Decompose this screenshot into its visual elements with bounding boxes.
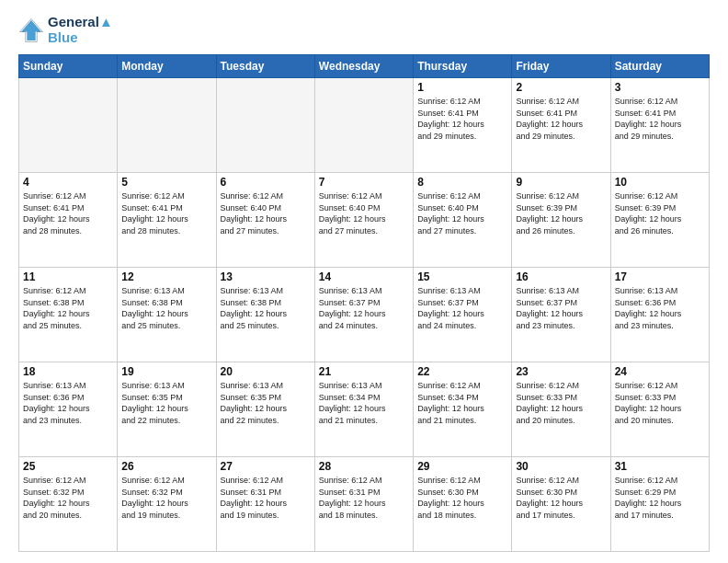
calendar-cell (216, 78, 314, 173)
day-info: Sunrise: 6:12 AM Sunset: 6:40 PM Dayligh… (221, 190, 311, 236)
calendar-cell: 24Sunrise: 6:12 AM Sunset: 6:33 PM Dayli… (610, 362, 709, 457)
day-info: Sunrise: 6:12 AM Sunset: 6:39 PM Dayligh… (615, 190, 705, 236)
day-number: 6 (221, 176, 311, 189)
day-number: 18 (23, 365, 113, 378)
calendar-cell: 17Sunrise: 6:13 AM Sunset: 6:36 PM Dayli… (610, 268, 709, 362)
day-header-saturday: Saturday (610, 55, 709, 78)
day-info: Sunrise: 6:12 AM Sunset: 6:33 PM Dayligh… (516, 380, 606, 426)
logo-icon (18, 17, 44, 43)
calendar-cell: 30Sunrise: 6:12 AM Sunset: 6:30 PM Dayli… (512, 457, 610, 552)
week-row-1: 1Sunrise: 6:12 AM Sunset: 6:41 PM Daylig… (19, 78, 710, 173)
calendar-cell: 4Sunrise: 6:12 AM Sunset: 6:41 PM Daylig… (19, 173, 118, 268)
calendar-cell: 25Sunrise: 6:12 AM Sunset: 6:32 PM Dayli… (19, 457, 118, 552)
day-header-wednesday: Wednesday (314, 55, 413, 78)
day-number: 10 (615, 176, 705, 189)
calendar-cell: 21Sunrise: 6:13 AM Sunset: 6:34 PM Dayli… (314, 362, 413, 457)
calendar-cell: 19Sunrise: 6:13 AM Sunset: 6:35 PM Dayli… (118, 362, 216, 457)
day-number: 12 (121, 270, 211, 283)
day-info: Sunrise: 6:12 AM Sunset: 6:30 PM Dayligh… (417, 475, 507, 521)
day-header-sunday: Sunday (19, 55, 118, 78)
day-info: Sunrise: 6:13 AM Sunset: 6:35 PM Dayligh… (121, 380, 211, 426)
svg-marker-0 (21, 20, 41, 40)
day-info: Sunrise: 6:12 AM Sunset: 6:30 PM Dayligh… (516, 475, 606, 521)
day-header-thursday: Thursday (414, 55, 512, 78)
day-info: Sunrise: 6:12 AM Sunset: 6:40 PM Dayligh… (319, 190, 409, 236)
calendar-cell (314, 78, 413, 173)
calendar-cell: 8Sunrise: 6:12 AM Sunset: 6:40 PM Daylig… (414, 173, 512, 268)
calendar-cell: 1Sunrise: 6:12 AM Sunset: 6:41 PM Daylig… (414, 78, 512, 173)
day-number: 11 (23, 270, 113, 283)
day-number: 28 (319, 460, 409, 473)
calendar-cell: 26Sunrise: 6:12 AM Sunset: 6:32 PM Dayli… (118, 457, 216, 552)
day-number: 24 (615, 365, 705, 378)
day-info: Sunrise: 6:12 AM Sunset: 6:41 PM Dayligh… (121, 190, 211, 236)
calendar-cell: 31Sunrise: 6:12 AM Sunset: 6:29 PM Dayli… (610, 457, 709, 552)
day-header-friday: Friday (512, 55, 610, 78)
day-info: Sunrise: 6:13 AM Sunset: 6:34 PM Dayligh… (319, 380, 409, 426)
day-number: 23 (516, 365, 606, 378)
day-number: 22 (417, 365, 507, 378)
day-info: Sunrise: 6:12 AM Sunset: 6:38 PM Dayligh… (23, 285, 113, 331)
week-row-3: 11Sunrise: 6:12 AM Sunset: 6:38 PM Dayli… (19, 268, 710, 362)
day-info: Sunrise: 6:12 AM Sunset: 6:31 PM Dayligh… (319, 475, 409, 521)
calendar-cell: 27Sunrise: 6:12 AM Sunset: 6:31 PM Dayli… (216, 457, 314, 552)
day-info: Sunrise: 6:13 AM Sunset: 6:38 PM Dayligh… (121, 285, 211, 331)
day-info: Sunrise: 6:12 AM Sunset: 6:31 PM Dayligh… (221, 475, 311, 521)
calendar-cell: 10Sunrise: 6:12 AM Sunset: 6:39 PM Dayli… (610, 173, 709, 268)
calendar-cell: 14Sunrise: 6:13 AM Sunset: 6:37 PM Dayli… (314, 268, 413, 362)
day-info: Sunrise: 6:13 AM Sunset: 6:38 PM Dayligh… (221, 285, 311, 331)
day-number: 2 (516, 81, 606, 94)
day-number: 5 (121, 176, 211, 189)
day-header-monday: Monday (118, 55, 216, 78)
calendar-cell: 9Sunrise: 6:12 AM Sunset: 6:39 PM Daylig… (512, 173, 610, 268)
day-number: 15 (417, 270, 507, 283)
calendar-cell: 18Sunrise: 6:13 AM Sunset: 6:36 PM Dayli… (19, 362, 118, 457)
day-info: Sunrise: 6:12 AM Sunset: 6:40 PM Dayligh… (417, 190, 507, 236)
calendar-cell: 15Sunrise: 6:13 AM Sunset: 6:37 PM Dayli… (414, 268, 512, 362)
day-info: Sunrise: 6:12 AM Sunset: 6:41 PM Dayligh… (516, 96, 606, 142)
day-info: Sunrise: 6:12 AM Sunset: 6:34 PM Dayligh… (417, 380, 507, 426)
day-number: 13 (221, 270, 311, 283)
day-number: 31 (615, 460, 705, 473)
header: General▲ Blue (18, 15, 710, 45)
day-info: Sunrise: 6:13 AM Sunset: 6:37 PM Dayligh… (516, 285, 606, 331)
day-number: 3 (615, 81, 705, 94)
day-number: 30 (516, 460, 606, 473)
calendar-cell: 3Sunrise: 6:12 AM Sunset: 6:41 PM Daylig… (610, 78, 709, 173)
day-info: Sunrise: 6:13 AM Sunset: 6:35 PM Dayligh… (221, 380, 311, 426)
day-number: 20 (221, 365, 311, 378)
day-number: 21 (319, 365, 409, 378)
calendar-cell: 16Sunrise: 6:13 AM Sunset: 6:37 PM Dayli… (512, 268, 610, 362)
calendar-cell: 12Sunrise: 6:13 AM Sunset: 6:38 PM Dayli… (118, 268, 216, 362)
week-row-4: 18Sunrise: 6:13 AM Sunset: 6:36 PM Dayli… (19, 362, 710, 457)
page: General▲ Blue SundayMondayTuesdayWednesd… (0, 0, 728, 563)
calendar-cell (19, 78, 118, 173)
day-header-tuesday: Tuesday (216, 55, 314, 78)
calendar-cell: 2Sunrise: 6:12 AM Sunset: 6:41 PM Daylig… (512, 78, 610, 173)
day-number: 14 (319, 270, 409, 283)
day-number: 8 (417, 176, 507, 189)
day-info: Sunrise: 6:12 AM Sunset: 6:33 PM Dayligh… (615, 380, 705, 426)
day-number: 29 (417, 460, 507, 473)
day-number: 7 (319, 176, 409, 189)
calendar-cell: 6Sunrise: 6:12 AM Sunset: 6:40 PM Daylig… (216, 173, 314, 268)
calendar-cell (118, 78, 216, 173)
day-number: 26 (121, 460, 211, 473)
calendar-cell: 29Sunrise: 6:12 AM Sunset: 6:30 PM Dayli… (414, 457, 512, 552)
day-info: Sunrise: 6:12 AM Sunset: 6:39 PM Dayligh… (516, 190, 606, 236)
day-number: 1 (417, 81, 507, 94)
calendar-cell: 5Sunrise: 6:12 AM Sunset: 6:41 PM Daylig… (118, 173, 216, 268)
calendar-table: SundayMondayTuesdayWednesdayThursdayFrid… (18, 54, 710, 552)
day-info: Sunrise: 6:12 AM Sunset: 6:41 PM Dayligh… (615, 96, 705, 142)
day-info: Sunrise: 6:13 AM Sunset: 6:37 PM Dayligh… (417, 285, 507, 331)
calendar-cell: 28Sunrise: 6:12 AM Sunset: 6:31 PM Dayli… (314, 457, 413, 552)
day-info: Sunrise: 6:12 AM Sunset: 6:29 PM Dayligh… (615, 475, 705, 521)
day-info: Sunrise: 6:13 AM Sunset: 6:37 PM Dayligh… (319, 285, 409, 331)
day-info: Sunrise: 6:12 AM Sunset: 6:41 PM Dayligh… (417, 96, 507, 142)
calendar-cell: 11Sunrise: 6:12 AM Sunset: 6:38 PM Dayli… (19, 268, 118, 362)
calendar-cell: 23Sunrise: 6:12 AM Sunset: 6:33 PM Dayli… (512, 362, 610, 457)
week-row-5: 25Sunrise: 6:12 AM Sunset: 6:32 PM Dayli… (19, 457, 710, 552)
logo: General▲ Blue (18, 15, 113, 45)
calendar-cell: 22Sunrise: 6:12 AM Sunset: 6:34 PM Dayli… (414, 362, 512, 457)
day-info: Sunrise: 6:12 AM Sunset: 6:32 PM Dayligh… (121, 475, 211, 521)
